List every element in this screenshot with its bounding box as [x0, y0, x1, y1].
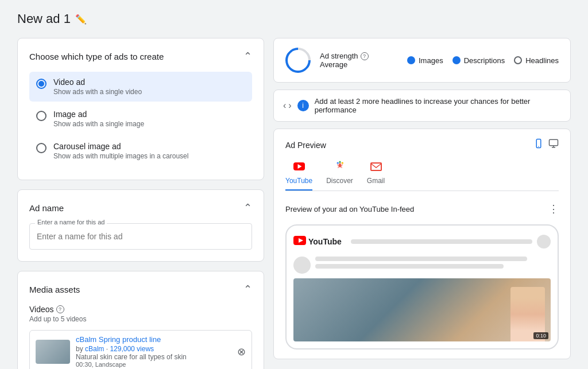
- strength-value: Average: [320, 60, 369, 69]
- preview-description-text: Preview of your ad on YouTube In-feed: [285, 205, 414, 213]
- phone-content-skeleton: [293, 257, 551, 274]
- ad-type-title: Choose which type of ads to create: [29, 52, 164, 61]
- video-title: cBalm Spring product line: [76, 335, 231, 344]
- edit-icon[interactable]: ✏️: [75, 14, 87, 25]
- next-arrow[interactable]: ›: [288, 100, 291, 111]
- strength-circle: [280, 42, 316, 78]
- phone-avatar-small: [293, 257, 311, 274]
- page-title: New ad 1: [17, 11, 71, 26]
- phone-top-bar: YouTube: [293, 232, 551, 251]
- nav-hint-card: ‹ › i Add at least 2 more headlines to i…: [273, 90, 571, 122]
- phone-text-lines: [315, 257, 551, 274]
- ad-type-video-sublabel: Show ads with a single video: [53, 88, 142, 96]
- chip-headlines-icon: [514, 56, 522, 64]
- youtube-tab-icon: [291, 158, 307, 174]
- discover-tab-label: Discover: [326, 177, 353, 185]
- videos-sublabel: Add up to 5 videos: [29, 315, 252, 323]
- yt-logo-icon: [293, 236, 306, 248]
- preview-description-row: Preview of your ad on YouTube In-feed ⋮: [285, 198, 559, 220]
- ad-type-carousel[interactable]: Carousel image ad Show ads with multiple…: [29, 136, 252, 166]
- ad-name-title: Ad name: [29, 203, 64, 213]
- video-channel: by cBalm · 129,000 views: [76, 345, 231, 353]
- tab-youtube[interactable]: YouTube: [285, 158, 312, 191]
- ad-name-input[interactable]: [29, 223, 252, 250]
- video-item: cBalm Spring product line by cBalm · 129…: [29, 330, 252, 369]
- strength-chips: Images Descriptions Headlines: [407, 56, 559, 65]
- strength-info-icon[interactable]: ?: [361, 52, 369, 60]
- ad-name-input-wrapper: Enter a name for this ad: [29, 223, 252, 250]
- youtube-tab-label: YouTube: [285, 177, 312, 185]
- tab-gmail[interactable]: Gmail: [367, 158, 385, 191]
- strength-title: Ad strength ?: [320, 52, 369, 60]
- ad-name-card: Ad name ⌃ Enter a name for this ad: [17, 189, 264, 262]
- ad-type-video[interactable]: Video ad Show ads with a single video: [29, 72, 252, 102]
- videos-info-icon[interactable]: ?: [56, 305, 64, 313]
- svg-point-3: [538, 146, 539, 147]
- video-meta: 00:30, Landscape: [76, 361, 231, 368]
- ad-type-carousel-sublabel: Show ads with multiple images in a carou…: [53, 152, 188, 160]
- more-options-icon[interactable]: ⋮: [548, 203, 559, 215]
- nav-hint-text: Add at least 2 more headlines to increas…: [315, 97, 561, 114]
- chip-images-icon: [407, 56, 415, 64]
- ad-type-card: Choose which type of ads to create ⌃ Vid…: [17, 38, 264, 180]
- desktop-icon[interactable]: [548, 138, 559, 152]
- media-assets-card: Media assets ⌃ Videos ? Add up to 5 vide…: [17, 271, 264, 369]
- ad-strength-card: Ad strength ? Average Images Description…: [273, 38, 571, 83]
- strength-info: Ad strength ? Average: [320, 52, 369, 69]
- ad-preview-title: Ad Preview: [285, 141, 326, 150]
- radio-carousel: [36, 143, 47, 153]
- video-preview-image: 0:10: [293, 278, 551, 341]
- media-assets-title: Media assets: [29, 285, 80, 294]
- radio-video-fill: [38, 81, 44, 87]
- video-thumbnail: [36, 340, 70, 364]
- discover-tab-icon: [332, 158, 348, 174]
- media-assets-chevron-icon[interactable]: ⌃: [243, 283, 252, 296]
- ad-type-carousel-label: Carousel image ad: [53, 142, 188, 151]
- tab-discover[interactable]: Discover: [326, 158, 353, 191]
- strength-chip-headlines: Headlines: [514, 56, 559, 65]
- radio-video: [36, 79, 47, 89]
- device-icons: [533, 138, 559, 152]
- platform-tabs: YouTube: [285, 158, 559, 191]
- remove-video-button[interactable]: ⊗: [237, 345, 246, 358]
- yt-logo-row: YouTube: [293, 236, 342, 248]
- nav-arrows: ‹ ›: [283, 100, 292, 111]
- videos-label: Videos ?: [29, 305, 252, 314]
- ad-type-chevron-icon[interactable]: ⌃: [243, 50, 252, 63]
- video-description: Natural skin care for all types of skin: [76, 353, 231, 361]
- ad-type-image-label: Image ad: [53, 110, 144, 119]
- gmail-tab-icon: [368, 158, 384, 174]
- video-info: cBalm Spring product line by cBalm · 129…: [76, 335, 231, 368]
- strength-chip-images: Images: [407, 56, 443, 65]
- radio-image: [36, 111, 47, 121]
- phone-mockup: YouTube: [285, 224, 559, 349]
- svg-rect-4: [550, 139, 558, 146]
- video-duration-badge: 0:10: [533, 332, 548, 339]
- ad-preview-card: Ad Preview: [273, 129, 571, 359]
- phone-search-bar-placeholder: [351, 239, 532, 244]
- mobile-icon[interactable]: [533, 138, 544, 152]
- ad-type-image[interactable]: Image ad Show ads with a single image: [29, 104, 252, 134]
- phone-line-1: [315, 257, 527, 261]
- ad-type-video-label: Video ad: [53, 77, 142, 87]
- ad-name-floating-label: Enter a name for this ad: [35, 219, 107, 226]
- ad-name-chevron-icon[interactable]: ⌃: [243, 201, 252, 214]
- yt-brand-text: YouTube: [308, 237, 342, 246]
- ad-type-image-sublabel: Show ads with a single image: [53, 120, 144, 128]
- phone-avatar-placeholder: [537, 235, 551, 248]
- phone-line-2: [315, 264, 504, 269]
- chip-descriptions-icon: [452, 56, 461, 64]
- prev-arrow[interactable]: ‹: [283, 100, 286, 111]
- hint-info-icon: i: [297, 100, 309, 111]
- gmail-tab-label: Gmail: [367, 177, 385, 185]
- strength-chip-descriptions: Descriptions: [452, 56, 505, 65]
